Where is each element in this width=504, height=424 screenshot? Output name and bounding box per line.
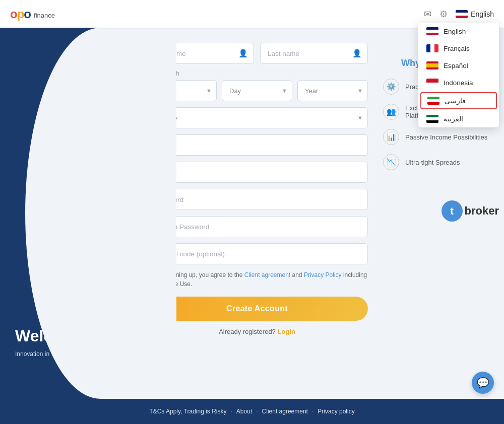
password-group — [146, 189, 368, 210]
id-flag-icon — [426, 79, 438, 87]
last-name-input[interactable] — [260, 43, 368, 64]
current-flag-icon — [456, 10, 468, 18]
passive-income-icon: 📊 — [383, 129, 399, 145]
lang-option-en[interactable]: English — [418, 23, 499, 40]
lang-option-fr[interactable]: Français — [418, 40, 499, 57]
name-row: 👤 👤 — [146, 43, 368, 64]
referral-group — [146, 243, 368, 264]
referral-input[interactable] — [146, 243, 368, 264]
confirm-password-input[interactable] — [146, 216, 368, 237]
lang-option-id[interactable]: Indonesia — [418, 74, 499, 91]
create-account-button[interactable]: Create Account — [146, 297, 368, 321]
tbroker-text: broker — [465, 204, 499, 218]
tbroker-circle-icon: t — [442, 200, 463, 222]
phone-input[interactable] — [146, 134, 368, 156]
confirm-password-group — [146, 216, 368, 237]
login-link[interactable]: Login — [277, 328, 295, 335]
day-select[interactable]: Day 123456789101112131415161718192021222… — [222, 80, 292, 101]
footer-dot-2: · — [256, 408, 258, 415]
chat-icon: 💬 — [477, 377, 489, 389]
logo-opo: opo — [10, 7, 31, 21]
logo-finance: finance — [34, 12, 55, 19]
spreads-label: Ultra-tight Spreads — [405, 159, 460, 166]
passive-income-label: Passive Income Possibilities — [405, 133, 487, 141]
feature-item-passive-income: 📊Passive Income Possibilities — [383, 129, 499, 145]
ar-lang-label: العربية — [444, 115, 463, 123]
es-lang-label: Español — [444, 62, 468, 69]
ar-flag-icon — [426, 115, 438, 123]
en-lang-label: English — [444, 28, 466, 35]
social-trading-icon: 👥 — [383, 104, 399, 120]
fa-flag-icon — [427, 97, 439, 105]
lang-option-fa[interactable]: فارسی — [420, 92, 497, 109]
en-flag-icon — [426, 27, 438, 35]
footer-link-tc[interactable]: T&Cs Apply, Trading is Risky — [149, 408, 226, 415]
footer-dot-3: · — [312, 408, 313, 415]
day-select-wrapper: Day 123456789101112131415161718192021222… — [222, 80, 292, 101]
login-row: Already registered? Login — [146, 328, 368, 335]
current-language-label: English — [471, 10, 494, 18]
dob-label: Date of birth — [146, 70, 368, 77]
country-wrapper: Country ▼ — [146, 107, 368, 128]
spreads-icon: 📉 — [383, 154, 399, 170]
language-dropdown: EnglishFrançaisEspañolIndonesiaفارسیالعر… — [418, 23, 499, 127]
id-lang-label: Indonesia — [444, 79, 473, 87]
trading-tools-icon: ⚙️ — [383, 79, 399, 95]
dob-row: Month JanuaryFebruaryMarchAprilMayJuneJu… — [146, 80, 368, 101]
footer: T&Cs Apply, Trading is Risky·About·Clien… — [0, 399, 504, 424]
client-agreement-link[interactable]: Client agreement — [244, 271, 290, 278]
password-input[interactable] — [146, 189, 368, 210]
es-flag-icon — [426, 61, 438, 69]
lang-option-ar[interactable]: العربية — [418, 110, 499, 127]
footer-link-client[interactable]: Client agreement — [262, 408, 308, 415]
person-icon-first: 👤 — [238, 49, 248, 58]
fa-lang-label: فارسی — [445, 97, 466, 105]
header-right: ✉ ⚙ English — [424, 9, 494, 20]
terms-label: By signing up, you agree to the Client a… — [159, 270, 368, 289]
privacy-policy-link[interactable]: Privacy Policy — [304, 271, 342, 278]
footer-dot-1: · — [231, 408, 232, 415]
settings-icon[interactable]: ⚙ — [439, 9, 448, 20]
mail-icon[interactable]: ✉ — [424, 9, 431, 20]
terms-and-text: and — [290, 271, 304, 278]
arc-overlay — [25, 28, 176, 399]
language-selector[interactable]: English — [456, 10, 494, 18]
terms-row: By signing up, you agree to the Client a… — [146, 270, 368, 289]
feature-item-spreads: 📉Ultra-tight Spreads — [383, 154, 499, 170]
country-select[interactable]: Country — [146, 107, 368, 128]
already-registered-text: Already registered? — [219, 328, 276, 335]
phone-group — [146, 134, 368, 156]
year-select[interactable]: Year 20102009200820072006200520042003200… — [297, 80, 368, 101]
chat-button[interactable]: 💬 — [472, 372, 494, 394]
logo: opo finance — [10, 7, 55, 21]
footer-link-about[interactable]: About — [236, 408, 252, 415]
footer-link-privacy[interactable]: Privacy policy — [318, 408, 354, 415]
last-name-wrapper: 👤 — [260, 43, 368, 64]
left-panel: Welcome Innovation in Trading is Our Pas… — [0, 28, 116, 399]
person-icon-last: 👤 — [352, 49, 362, 58]
lang-option-es[interactable]: Español — [418, 57, 499, 74]
registration-form: 👤 👤 Date of birth Month JanuaryFebruaryM… — [146, 43, 368, 335]
email-input[interactable] — [146, 162, 368, 183]
email-group — [146, 162, 368, 183]
fr-lang-label: Français — [444, 45, 470, 52]
tbroker-logo: t broker — [383, 200, 499, 222]
fr-flag-icon — [426, 44, 438, 52]
year-select-wrapper: Year 20102009200820072006200520042003200… — [297, 80, 368, 101]
header: opo finance ✉ ⚙ English EnglishFrançaisE… — [0, 0, 504, 28]
